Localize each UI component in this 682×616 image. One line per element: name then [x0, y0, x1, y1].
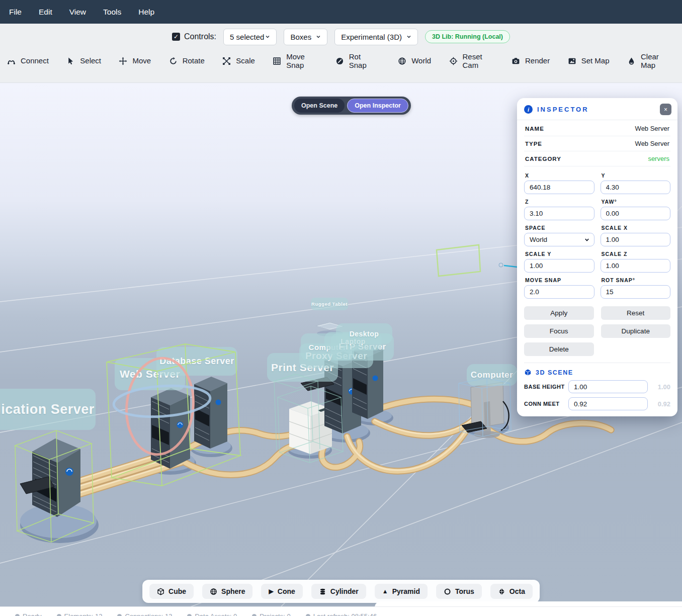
select-cursor-icon: [66, 57, 75, 65]
status-dot-icon: [252, 614, 257, 616]
move-snap-input[interactable]: [524, 285, 594, 299]
focus-button[interactable]: Focus: [524, 324, 594, 338]
scene3d-header: 3D SCENE: [524, 369, 670, 376]
scale-z-input[interactable]: [601, 259, 671, 273]
toolbar-row-options: ✓ Controls: 5 selected Boxes Experimenta…: [0, 24, 682, 46]
menu-view[interactable]: View: [69, 8, 86, 17]
reset-cam-tool-button[interactable]: Reset Cam: [449, 52, 494, 70]
inspector-row-type: TYPE Web Server: [524, 136, 670, 151]
controls-label: Controls:: [184, 32, 216, 41]
z-input[interactable]: [524, 207, 594, 220]
reset-button[interactable]: Reset: [601, 306, 671, 320]
controls-checkbox[interactable]: ✓: [172, 33, 180, 41]
node-computer[interactable]: [462, 382, 509, 438]
scale-x-input[interactable]: [601, 233, 671, 246]
sphere-shape-button[interactable]: Sphere: [202, 584, 252, 599]
node-label-database-server: Database Server: [156, 347, 237, 376]
scale-tool-button[interactable]: Scale: [222, 56, 255, 65]
status-projects: Projects: 0: [252, 612, 290, 616]
toolbar-row-tools: Connect Select Move Rotate Scale Move Sn…: [0, 46, 682, 75]
open-scene-button[interactable]: Open Scene: [294, 99, 345, 113]
sphere-icon: [210, 588, 217, 595]
open-inspector-button[interactable]: Open Inspector: [347, 99, 408, 113]
field-rot-snap: ROT SNAP°: [601, 275, 671, 299]
move-snap-tool-button[interactable]: Move Snap: [273, 52, 317, 70]
world-tool-button[interactable]: World: [398, 56, 431, 65]
cone-shape-button[interactable]: ▶ Cone: [262, 584, 303, 599]
rot-snap-icon: [335, 57, 344, 65]
field-space: SPACE World: [524, 223, 594, 246]
close-icon[interactable]: ×: [660, 104, 671, 115]
inspector-header: i INSPECTOR ×: [517, 98, 677, 120]
status-elements: Elements: 12: [57, 612, 103, 616]
inspector-panel: i INSPECTOR × NAME Web Server TYPE Web S…: [517, 98, 677, 416]
rotate-icon: [169, 57, 178, 65]
menu-help[interactable]: Help: [138, 8, 154, 17]
cube-shape-button[interactable]: Cube: [149, 584, 194, 599]
connect-tool-button[interactable]: Connect: [7, 56, 49, 65]
status-bar: Ready Elements: 12 Connections: 13 Data …: [0, 606, 682, 616]
status-data-assets: Data Assets: 0: [187, 612, 237, 616]
conn-meet-input[interactable]: [568, 397, 648, 410]
cylinder-shape-button[interactable]: Cylinder: [311, 584, 366, 599]
base-height-row: BASE HEIGHT 1.00: [524, 380, 670, 393]
menu-edit[interactable]: Edit: [39, 8, 52, 17]
status-last-refresh: Last refresh: 08:55:46: [306, 612, 377, 616]
cube-icon: [524, 369, 532, 376]
toolbar: ✓ Controls: 5 selected Boxes Experimenta…: [0, 24, 682, 83]
scale-y-input[interactable]: [524, 259, 594, 273]
y-input[interactable]: [601, 181, 671, 194]
rotate-tool-button[interactable]: Rotate: [169, 56, 205, 65]
rot-snap-tool-button[interactable]: Rot Snap: [335, 52, 380, 70]
status-dot-icon: [306, 614, 310, 616]
panel-toggle: Open Scene Open Inspector: [292, 97, 411, 115]
octa-shape-button[interactable]: Octa: [490, 584, 533, 599]
render-mode-dropdown[interactable]: Experimental (3D): [334, 29, 418, 45]
chevron-down-icon: [584, 237, 589, 242]
pyramid-shape-button[interactable]: ▲ Pyramid: [375, 584, 428, 599]
inspector-row-name: NAME Web Server: [524, 121, 670, 136]
node-application-server[interactable]: [20, 438, 80, 517]
torus-shape-button[interactable]: Torus: [436, 584, 482, 599]
globe-icon: [398, 57, 406, 65]
apply-button[interactable]: Apply: [524, 306, 594, 320]
shape-mode-dropdown[interactable]: Boxes: [284, 29, 327, 45]
conn-meet-row: CONN MEET 0.92: [524, 397, 670, 410]
yaw-input[interactable]: [601, 207, 671, 220]
set-map-tool-button[interactable]: Set Map: [568, 56, 610, 65]
chevron-down-icon: [406, 34, 411, 39]
status-dot-icon: [15, 614, 20, 616]
menu-file[interactable]: File: [9, 8, 22, 17]
controls-checkbox-wrap[interactable]: ✓ Controls:: [172, 32, 216, 41]
render-tool-button[interactable]: Render: [512, 56, 550, 65]
move-tool-button[interactable]: Move: [119, 56, 151, 65]
chevron-down-icon: [316, 34, 321, 39]
clear-map-tool-button[interactable]: Clear Map: [627, 52, 672, 70]
base-height-input[interactable]: [568, 380, 648, 393]
inspector-row-category: CATEGORY servers: [524, 151, 670, 166]
node-web-server[interactable]: [151, 388, 190, 469]
base-height-ghost: 1.00: [658, 383, 670, 391]
menu-tools[interactable]: Tools: [103, 8, 121, 17]
status-dot-icon: [187, 614, 192, 616]
select-tool-button[interactable]: Select: [66, 56, 101, 65]
selection-count-dropdown[interactable]: 5 selected: [223, 29, 277, 45]
status-ready: Ready: [15, 612, 42, 616]
rot-snap-input[interactable]: [601, 285, 671, 299]
space-select[interactable]: World: [524, 233, 594, 246]
cylinder-icon: [319, 588, 326, 595]
grid-icon: [273, 57, 281, 65]
inspector-title: INSPECTOR: [537, 106, 589, 113]
pyramid-icon: ▲: [382, 588, 388, 594]
status-connections: Connections: 13: [117, 612, 172, 616]
lib-status-badge: 3D Lib: Running (Local): [425, 30, 510, 43]
crosshair-icon: [449, 57, 458, 65]
node-label-computer-right: Computer: [467, 364, 517, 386]
node-database-server[interactable]: [194, 377, 227, 449]
duplicate-button[interactable]: Duplicate: [601, 324, 671, 338]
scale-icon: [222, 57, 231, 65]
node-label-desktop: Desktop: [336, 323, 392, 344]
delete-button[interactable]: Delete: [524, 342, 594, 356]
x-input[interactable]: [524, 181, 594, 194]
field-scale-x: SCALE X: [601, 223, 671, 246]
